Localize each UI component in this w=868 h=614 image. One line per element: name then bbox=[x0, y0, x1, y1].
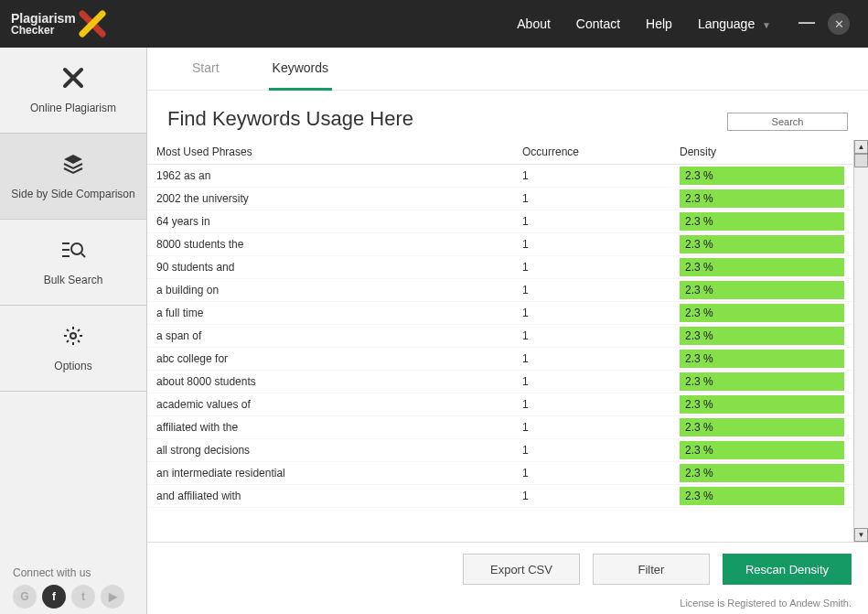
logo-text-2: Checker bbox=[11, 25, 76, 36]
cell-occurrence: 1 bbox=[522, 284, 680, 296]
title-bar: Plagiarism Checker About Contact Help La… bbox=[0, 0, 868, 48]
facebook-icon[interactable]: f bbox=[42, 585, 66, 609]
cell-phrase: academic values of bbox=[156, 398, 522, 411]
tab-keywords[interactable]: Keywords bbox=[269, 60, 332, 91]
cell-occurrence: 1 bbox=[522, 421, 680, 434]
cell-phrase: and affiliated with bbox=[156, 490, 522, 502]
sidebar-item-label: Options bbox=[54, 360, 91, 372]
youtube-icon[interactable]: ▶ bbox=[101, 585, 124, 609]
menu-language-label: Language bbox=[698, 16, 755, 31]
export-csv-button[interactable]: Export CSV bbox=[463, 554, 580, 585]
table-row[interactable]: affiliated with the12.3 % bbox=[147, 416, 853, 439]
cell-occurrence: 1 bbox=[522, 444, 680, 457]
cell-phrase: a building on bbox=[156, 284, 522, 296]
cell-occurrence: 1 bbox=[522, 490, 680, 502]
cell-phrase: 8000 students the bbox=[156, 238, 522, 251]
scroll-down-button[interactable]: ▼ bbox=[854, 528, 868, 542]
table-row[interactable]: 64 years in12.3 % bbox=[147, 210, 853, 233]
vertical-scrollbar[interactable]: ▲ ▼ bbox=[853, 140, 868, 542]
sidebar-item-online-plagiarism[interactable]: Online Plagiarism bbox=[0, 48, 146, 134]
cell-phrase: abc college for bbox=[156, 352, 522, 365]
cell-occurrence: 1 bbox=[522, 329, 680, 342]
table-row[interactable]: a full time12.3 % bbox=[147, 302, 853, 325]
license-status: License is Registered to Andew Smith. bbox=[164, 598, 852, 609]
sidebar-item-label: Bulk Search bbox=[44, 274, 103, 286]
google-plus-icon[interactable]: G bbox=[13, 585, 37, 609]
menu-about[interactable]: About bbox=[517, 16, 551, 31]
column-header-phrase[interactable]: Most Used Phrases bbox=[156, 145, 522, 158]
cell-occurrence: 1 bbox=[522, 192, 680, 205]
table-row[interactable]: all strong decisions12.3 % bbox=[147, 439, 853, 462]
menu-help[interactable]: Help bbox=[646, 16, 672, 31]
table-row[interactable]: about 8000 students12.3 % bbox=[147, 371, 853, 393]
table-row[interactable]: a span of12.3 % bbox=[147, 325, 853, 348]
sidebar-item-side-by-side[interactable]: Side by Side Comparison bbox=[0, 134, 146, 220]
gear-icon bbox=[62, 325, 84, 352]
table-row[interactable]: 2002 the university12.3 % bbox=[147, 188, 853, 210]
scroll-thumb[interactable] bbox=[854, 154, 868, 167]
cell-density: 2.3 % bbox=[680, 281, 844, 299]
tab-start[interactable]: Start bbox=[188, 60, 223, 91]
filter-button[interactable]: Filter bbox=[593, 554, 710, 585]
tabs: Start Keywords bbox=[147, 48, 868, 91]
sidebar-item-label: Online Plagiarism bbox=[30, 102, 116, 114]
logo-x-icon bbox=[79, 10, 106, 38]
table-row[interactable]: 8000 students the12.3 % bbox=[147, 233, 853, 256]
svg-point-3 bbox=[71, 243, 82, 254]
sidebar-item-options[interactable]: Options bbox=[0, 306, 146, 392]
cell-phrase: about 8000 students bbox=[156, 375, 522, 388]
sidebar-item-bulk-search[interactable]: Bulk Search bbox=[0, 220, 146, 306]
keywords-table: Most Used Phrases Occurrence Density 196… bbox=[147, 140, 853, 542]
rescan-density-button[interactable]: Rescan Density bbox=[723, 554, 852, 585]
chevron-down-icon: ▼ bbox=[762, 20, 771, 30]
cell-density: 2.3 % bbox=[680, 258, 844, 276]
connect-label: Connect with us bbox=[9, 566, 137, 579]
cell-density: 2.3 % bbox=[680, 212, 844, 231]
cell-density: 2.3 % bbox=[680, 350, 844, 368]
table-row[interactable]: abc college for12.3 % bbox=[147, 348, 853, 371]
table-row[interactable]: 90 students and12.3 % bbox=[147, 256, 853, 279]
cell-density: 2.3 % bbox=[680, 441, 844, 459]
cell-phrase: a span of bbox=[156, 329, 522, 342]
column-header-density[interactable]: Density bbox=[680, 145, 844, 158]
minimize-button[interactable]: — bbox=[798, 13, 815, 32]
cell-phrase: 1962 as an bbox=[156, 169, 522, 182]
cell-phrase: 2002 the university bbox=[156, 192, 522, 205]
logo-text-1: Plagiarism bbox=[11, 12, 76, 25]
scroll-up-button[interactable]: ▲ bbox=[854, 140, 868, 154]
search-input[interactable]: Search bbox=[727, 113, 848, 131]
close-button[interactable]: ✕ bbox=[828, 13, 850, 35]
cell-density: 2.3 % bbox=[680, 189, 844, 208]
cell-density: 2.3 % bbox=[680, 464, 844, 482]
cell-occurrence: 1 bbox=[522, 352, 680, 365]
column-header-occurrence[interactable]: Occurrence bbox=[522, 145, 680, 158]
table-row[interactable]: 1962 as an12.3 % bbox=[147, 165, 853, 188]
table-row[interactable]: an intermediate residential12.3 % bbox=[147, 462, 853, 485]
cell-density: 2.3 % bbox=[680, 235, 844, 253]
cell-density: 2.3 % bbox=[680, 372, 844, 391]
cell-occurrence: 1 bbox=[522, 375, 680, 388]
cell-occurrence: 1 bbox=[522, 238, 680, 251]
app-logo: Plagiarism Checker bbox=[11, 10, 106, 38]
cell-phrase: affiliated with the bbox=[156, 421, 522, 434]
table-row[interactable]: academic values of12.3 % bbox=[147, 393, 853, 416]
page-title: Find Keywords Usage Here bbox=[167, 107, 727, 131]
menu-contact[interactable]: Contact bbox=[576, 16, 620, 31]
twitter-icon[interactable]: t bbox=[71, 585, 95, 609]
cell-occurrence: 1 bbox=[522, 261, 680, 274]
connect-block: Connect with us G f t ▶ bbox=[0, 559, 146, 614]
cell-density: 2.3 % bbox=[680, 327, 844, 345]
cell-density: 2.3 % bbox=[680, 304, 844, 322]
table-row[interactable]: a building on12.3 % bbox=[147, 279, 853, 302]
table-row[interactable]: and affiliated with12.3 % bbox=[147, 485, 853, 508]
menu-language[interactable]: Language ▼ bbox=[698, 16, 771, 31]
cell-density: 2.3 % bbox=[680, 167, 844, 185]
cell-phrase: an intermediate residential bbox=[156, 467, 522, 479]
cell-occurrence: 1 bbox=[522, 215, 680, 228]
cell-density: 2.3 % bbox=[680, 418, 844, 436]
svg-line-4 bbox=[81, 253, 85, 257]
search-list-icon bbox=[60, 239, 86, 266]
sidebar: Online Plagiarism Side by Side Compariso… bbox=[0, 48, 147, 614]
cell-occurrence: 1 bbox=[522, 169, 680, 182]
scroll-track[interactable] bbox=[854, 154, 868, 528]
